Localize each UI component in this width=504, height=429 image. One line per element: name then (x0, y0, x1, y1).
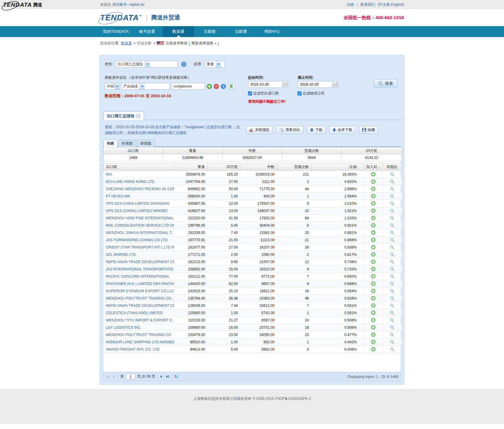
yoy-compare-cell[interactable] (383, 295, 402, 302)
account-link[interactable]: 演示账号- sophie.liu (112, 2, 144, 7)
add-compare-cell[interactable] (364, 200, 383, 207)
column-header-teu[interactable]: 20尺柜 (208, 163, 240, 171)
add-compare-cell[interactable] (364, 222, 383, 229)
yoy-compare-cell[interactable] (383, 273, 402, 280)
contact-link[interactable]: 联系我们 (360, 2, 375, 7)
nav-item-cloud-mail-search[interactable]: 云邮搜 (194, 26, 225, 37)
first-page-icon[interactable] (106, 375, 110, 379)
exporter-link[interactable]: WENZHOU YIYU IMPORT & EXPORT C... (106, 318, 174, 322)
next-page-icon[interactable] (160, 375, 164, 379)
exporter-link[interactable]: ACL MARINE LTD. (106, 252, 137, 257)
dropdown-trigger-icon[interactable] (115, 83, 119, 89)
exporter-link[interactable]: HEFEI ANAN TRADE DEVELOPMENT CO... (106, 304, 174, 308)
yoy-compare-cell[interactable] (383, 280, 402, 287)
exporter-link[interactable]: JHJ INTERNATIONAL TRANSPORTATIO... (106, 267, 174, 271)
sort-select[interactable]: 重量 (205, 61, 225, 67)
add-compare-cell[interactable] (364, 317, 383, 324)
exporter-link[interactable]: PT HEVEA MK (106, 194, 130, 198)
exporter-link[interactable]: MOL CONSOLIDATION SERVICE LTD O/B (106, 223, 174, 228)
column-header-exporter[interactable]: 出口商 (104, 163, 174, 171)
yoy-compare-cell[interactable] (383, 338, 402, 346)
exporter-link[interactable]: WENZHOU HOW FINE INTERNATIONAL... (106, 216, 174, 220)
exporter-link[interactable]: JAS FORWARDING (CHINA) CO LTD (106, 238, 168, 242)
exporter-link[interactable]: ORIENT STAR TRANSPORT INT L LTD RM (106, 245, 174, 249)
reselect-country-link[interactable]: 重新选择国家 (192, 41, 213, 46)
boolean-operator-select[interactable]: AND (105, 83, 119, 90)
keyword-input[interactable] (172, 83, 205, 90)
subtab-list[interactable]: 列表 (104, 140, 117, 147)
yoy-compare-cell[interactable] (383, 324, 402, 331)
add-compare-cell[interactable] (364, 214, 383, 222)
yoy-compare-cell[interactable] (383, 258, 402, 266)
yoy-compare-cell[interactable] (383, 214, 402, 222)
exporter-link[interactable]: PACIFIC CONCORD INTERNATIONAL (106, 274, 170, 279)
calendar-icon[interactable] (282, 81, 288, 88)
chevron-down-icon[interactable]: ▾ (215, 42, 216, 45)
column-header-weight[interactable]: 重量 (174, 163, 208, 171)
merge-download-button[interactable]: 合并下载 (329, 126, 355, 134)
add-compare-cell[interactable] (364, 302, 383, 309)
checkbox[interactable] (248, 91, 252, 95)
yoy-compare-cell[interactable] (383, 266, 402, 273)
subtab-bar-chart[interactable]: 柱状图 (118, 140, 136, 147)
yoy-compare-cell[interactable] (383, 331, 402, 338)
yoy-compare-cell[interactable] (383, 178, 402, 185)
nav-item-help-center[interactable]: 帮助中心 (257, 26, 288, 37)
close-icon[interactable]: ✕ (136, 114, 141, 118)
add-compare-cell[interactable] (364, 331, 383, 338)
exporter-link[interactable]: SUPERIOR EYEWEAR EXPORT CO.LLC (106, 289, 174, 293)
dropdown-trigger-icon[interactable] (140, 83, 145, 89)
add-condition-icon[interactable] (207, 84, 212, 89)
column-header-quantity[interactable]: 件数 (240, 163, 277, 171)
exporter-link[interactable]: ECU-LINE HONG KONG LTD. (106, 180, 155, 184)
exporter-link[interactable]: PANTAINER (H.K.) LIMITED DBA PANTAI (106, 282, 174, 286)
view-compare-button[interactable]: 查看对比 (277, 126, 303, 134)
download-button[interactable]: 下载 (307, 126, 325, 134)
yoy-compare-cell[interactable] (383, 309, 402, 317)
end-date-input[interactable] (298, 81, 332, 88)
add-compare-cell[interactable] (364, 295, 383, 302)
add-compare-cell[interactable] (364, 324, 383, 331)
exporter-link[interactable]: WENZHOU JINHUA INTERNATIONAL T... (106, 231, 174, 235)
yoy-compare-cell[interactable] (383, 236, 402, 244)
add-compare-cell[interactable] (364, 178, 383, 185)
related-report-button[interactable]: 关联报告 (246, 126, 273, 134)
yoy-compare-cell[interactable] (383, 302, 402, 309)
dropdown-trigger-icon[interactable] (145, 61, 150, 67)
prev-page-icon[interactable] (112, 375, 116, 379)
search-field-select[interactable]: 产品描述 (121, 83, 170, 90)
yoy-compare-cell[interactable] (383, 287, 402, 295)
exporter-link[interactable]: AMASS FREIGHT INTL CO. LTD. (106, 347, 161, 352)
add-compare-cell[interactable] (364, 346, 383, 353)
yoy-compare-cell[interactable] (383, 222, 402, 229)
column-header-ratio[interactable]: 比例 (312, 163, 364, 171)
add-compare-cell[interactable] (364, 258, 383, 266)
exporter-link[interactable]: CELESTICA (THAILAND) LIMITED. (106, 311, 164, 315)
exporter-link[interactable]: ZHEJIANG WENZHOU PACKING I/E CORP. (106, 187, 174, 191)
add-compare-cell[interactable] (364, 207, 383, 214)
yoy-compare-cell[interactable] (383, 317, 402, 324)
search-button[interactable]: 搜索 (374, 79, 397, 88)
nav-item-cloud-mail[interactable]: 云邮通 (225, 26, 257, 37)
add-compare-cell[interactable] (364, 236, 383, 244)
nav-item-account-settings[interactable]: 账号设置 (131, 26, 163, 37)
report-tab[interactable]: 出口商汇总报告 ✕ (104, 112, 144, 120)
favorite-button[interactable]: 收藏 (359, 126, 378, 134)
exporter-link[interactable]: L&Y LOGISTICS INC. (106, 325, 141, 330)
exporter-link[interactable]: HEFEI ANAN TRADE DEVELOPMENT CO... (106, 260, 174, 264)
column-header-trades[interactable]: 贸易次数 (277, 163, 312, 171)
subtab-pie-chart[interactable]: 饼状图 (137, 140, 155, 147)
yoy-compare-cell[interactable] (383, 244, 402, 251)
add-compare-cell[interactable] (364, 185, 383, 193)
yoy-compare-cell[interactable] (383, 207, 402, 214)
add-compare-cell[interactable] (364, 280, 383, 287)
start-date-input[interactable] (248, 81, 282, 88)
page-number-input[interactable] (126, 374, 135, 379)
add-compare-cell[interactable] (364, 171, 383, 178)
calendar-icon[interactable] (332, 81, 338, 88)
add-compare-cell[interactable] (364, 273, 383, 280)
add-compare-cell[interactable] (364, 266, 383, 273)
yoy-compare-cell[interactable] (383, 229, 402, 236)
yoy-compare-cell[interactable] (383, 193, 402, 200)
breadcrumb-link-data-service[interactable]: 数据通 (121, 41, 132, 46)
